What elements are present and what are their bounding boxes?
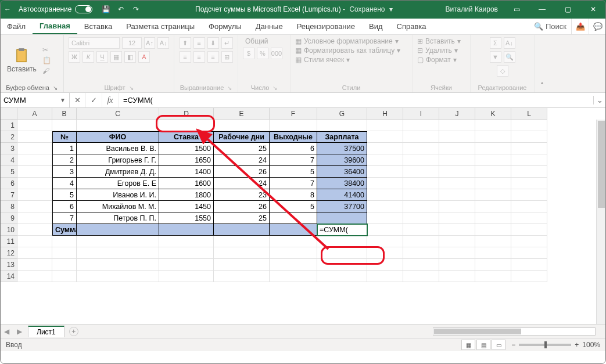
cell[interactable]: [475, 236, 511, 247]
cell[interactable]: [439, 224, 475, 236]
clear-icon[interactable]: ◇: [497, 65, 508, 77]
cell[interactable]: [159, 120, 214, 131]
cell[interactable]: [403, 259, 439, 271]
col-header[interactable]: A: [17, 108, 52, 120]
cell[interactable]: [159, 236, 214, 247]
cell[interactable]: [475, 189, 511, 201]
worksheet-grid[interactable]: A B C D E F G H I J K L 12№ФИОСтавкаРабо…: [0, 108, 606, 324]
cell[interactable]: [403, 247, 439, 259]
decrease-font-icon[interactable]: A↓: [157, 37, 169, 49]
cell[interactable]: [17, 271, 52, 282]
cell[interactable]: [403, 271, 439, 282]
cell[interactable]: [367, 166, 403, 178]
cell[interactable]: Дмитриев Д. Д.: [77, 166, 159, 178]
cell[interactable]: [17, 154, 52, 166]
cell[interactable]: Петров П. П.: [77, 212, 159, 224]
cell[interactable]: [403, 224, 439, 236]
cell[interactable]: [439, 154, 475, 166]
percent-icon[interactable]: %: [257, 48, 268, 59]
cell[interactable]: [214, 120, 270, 131]
cell[interactable]: [511, 224, 547, 236]
cell[interactable]: [159, 224, 214, 236]
col-header[interactable]: F: [270, 108, 317, 120]
cell[interactable]: [475, 224, 511, 236]
cell[interactable]: 5: [52, 189, 77, 201]
cell[interactable]: [367, 271, 403, 282]
cell[interactable]: [77, 247, 159, 259]
cell[interactable]: [439, 201, 475, 212]
cell[interactable]: [17, 166, 52, 178]
comma-icon[interactable]: 000: [271, 48, 282, 59]
cell[interactable]: 24: [214, 154, 270, 166]
cell[interactable]: [511, 120, 547, 131]
name-box[interactable]: СУММ ▼: [0, 93, 70, 107]
cell[interactable]: [159, 259, 214, 271]
cell[interactable]: [17, 189, 52, 201]
cell[interactable]: [439, 259, 475, 271]
cell[interactable]: [475, 166, 511, 178]
row-header[interactable]: 10: [0, 224, 17, 236]
share-button[interactable]: 📤: [571, 19, 589, 34]
cell[interactable]: [403, 212, 439, 224]
cell[interactable]: [367, 143, 403, 154]
cell[interactable]: [439, 271, 475, 282]
cell[interactable]: [52, 271, 77, 282]
sheet-tab[interactable]: Лист1: [28, 326, 64, 337]
new-sheet-button[interactable]: +: [69, 327, 78, 336]
cell[interactable]: [214, 271, 270, 282]
tab-file[interactable]: Файл: [0, 19, 33, 34]
collapse-ribbon-icon[interactable]: ˄: [535, 35, 550, 92]
cell[interactable]: [17, 236, 52, 247]
cell[interactable]: [439, 143, 475, 154]
cell[interactable]: [77, 271, 159, 282]
underline-button[interactable]: Ч: [96, 51, 108, 63]
row-header[interactable]: 11: [0, 236, 17, 247]
cell[interactable]: [511, 131, 547, 143]
undo-icon[interactable]: ↶: [114, 5, 127, 13]
cell[interactable]: [317, 212, 367, 224]
cell[interactable]: [214, 236, 270, 247]
paste-button[interactable]: Вставить: [5, 46, 39, 74]
cell[interactable]: 23: [214, 189, 270, 201]
cell-styles-button[interactable]: Стили ячеек: [304, 56, 344, 64]
cell[interactable]: [367, 131, 403, 143]
row-header[interactable]: 6: [0, 178, 17, 189]
cell[interactable]: [367, 201, 403, 212]
tab-layout[interactable]: Разметка страницы: [119, 19, 202, 34]
cell[interactable]: [511, 236, 547, 247]
cell[interactable]: 7: [270, 178, 317, 189]
cell[interactable]: [52, 236, 77, 247]
cell[interactable]: [367, 154, 403, 166]
cell[interactable]: [439, 166, 475, 178]
page-break-view-icon[interactable]: ▭: [492, 340, 505, 350]
cell[interactable]: [475, 120, 511, 131]
cell[interactable]: 26: [214, 201, 270, 212]
cell[interactable]: [17, 247, 52, 259]
cell[interactable]: [17, 224, 52, 236]
cell[interactable]: [367, 212, 403, 224]
tab-data[interactable]: Данные: [249, 19, 290, 34]
cell[interactable]: 41400: [317, 189, 367, 201]
cell[interactable]: 25: [214, 143, 270, 154]
bold-button[interactable]: Ж: [69, 51, 80, 63]
cell[interactable]: =СУММ(: [317, 224, 367, 236]
cell[interactable]: [511, 166, 547, 178]
cell[interactable]: 7: [270, 154, 317, 166]
cell[interactable]: [367, 247, 403, 259]
cell[interactable]: [511, 247, 547, 259]
confirm-formula-button[interactable]: ✓: [86, 93, 102, 107]
cell[interactable]: [367, 178, 403, 189]
close-icon[interactable]: ✕: [580, 0, 606, 19]
cell[interactable]: [270, 224, 317, 236]
cell[interactable]: [17, 212, 52, 224]
cell[interactable]: [439, 247, 475, 259]
cell[interactable]: [367, 259, 403, 271]
cell[interactable]: [270, 212, 317, 224]
cell[interactable]: [214, 247, 270, 259]
cell[interactable]: [511, 201, 547, 212]
cell[interactable]: [403, 166, 439, 178]
cell[interactable]: [317, 259, 367, 271]
fx-button[interactable]: fx: [102, 93, 119, 107]
row-header[interactable]: 5: [0, 166, 17, 178]
italic-button[interactable]: К: [83, 51, 94, 63]
